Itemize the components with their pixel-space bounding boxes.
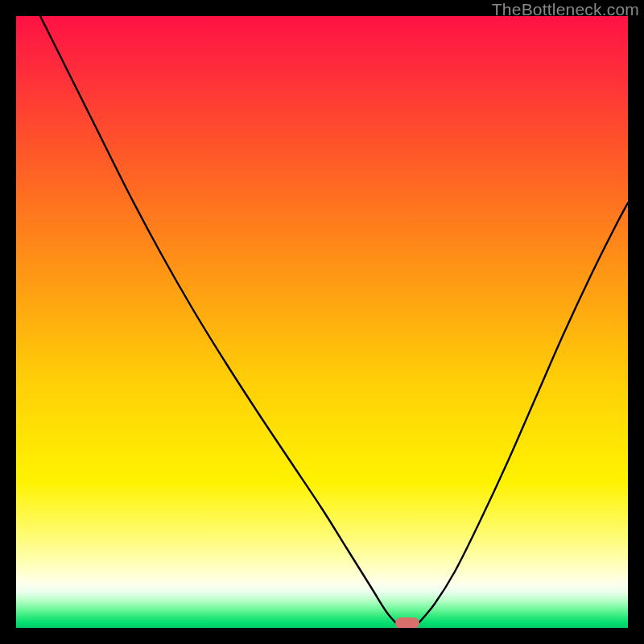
curve-right-branch bbox=[419, 203, 628, 623]
optimal-marker bbox=[395, 617, 419, 628]
chart-frame: TheBottleneck.com bbox=[0, 0, 644, 644]
plot-area bbox=[16, 16, 628, 628]
curve-left-branch bbox=[40, 16, 396, 623]
bottleneck-curve bbox=[16, 16, 628, 628]
